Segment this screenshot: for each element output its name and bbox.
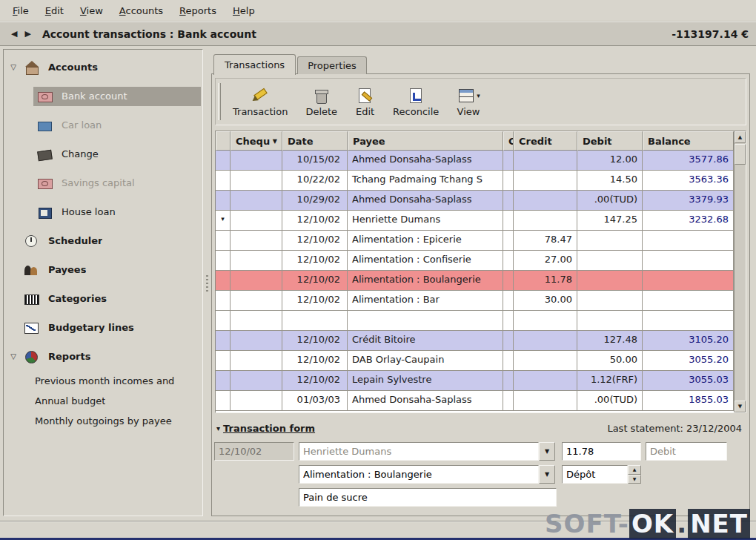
cell-reconciled <box>503 231 514 250</box>
toolbar-button[interactable]: ▾ View <box>450 84 487 119</box>
payee-input[interactable] <box>299 442 539 461</box>
column-header-label: C <box>508 136 514 147</box>
sidebar-item[interactable]: Savings capital <box>4 168 202 197</box>
column-header[interactable]: Payee <box>348 131 503 151</box>
spin-down-icon[interactable]: ▼ <box>628 475 641 484</box>
split-marker-icon: ▾ <box>216 211 231 230</box>
date-input[interactable] <box>214 442 294 461</box>
menu-item[interactable]: Reports <box>171 2 225 19</box>
sidebar-item[interactable]: Budgetary lines <box>4 313 202 342</box>
cell-balance <box>643 311 734 330</box>
table-row[interactable]: 10/15/02 Ahmed Donsaha-Saplass 12.00 357… <box>216 151 734 171</box>
table-row[interactable]: 12/10/02 Alimentation : Boulangerie 11.7… <box>216 271 734 291</box>
cell-payee: Alimentation : Boulangerie <box>348 271 503 290</box>
menu-item[interactable]: View <box>72 2 111 19</box>
menu-item[interactable]: File <box>4 2 37 19</box>
pane-splitter[interactable] <box>204 49 210 516</box>
table-row[interactable]: 12/10/02 DAB Orlay-Caupain 50.00 3055.20 <box>216 351 734 371</box>
toolbar-button[interactable]: Transaction <box>226 84 294 119</box>
sidebar-item[interactable]: Car loan <box>4 111 202 139</box>
spin-up-icon[interactable]: ▲ <box>628 465 641 475</box>
table-row[interactable]: 10/22/02 Tchang Padmaing Tchang S 14.50 … <box>216 171 734 191</box>
split-marker-icon <box>216 351 231 370</box>
table-row[interactable]: 12/10/02 Lepain Sylvestre 1.12(FRF) 3055… <box>216 371 734 391</box>
payment-method-input[interactable] <box>562 465 628 484</box>
table-row[interactable]: 12/10/02 Crédit Bitoire 127.48 3105.20 <box>216 331 734 351</box>
cell-credit: 11.78 <box>514 271 577 290</box>
cell-credit <box>514 371 577 390</box>
column-dropdown-icon[interactable]: ▼ <box>271 138 277 145</box>
sidebar: ▽ Accounts Bank account Car loan <box>3 49 203 516</box>
column-header[interactable]: Credit <box>514 131 577 151</box>
column-header[interactable]: Date <box>282 131 348 151</box>
amount-input[interactable] <box>562 442 641 461</box>
form-title[interactable]: Transaction form <box>223 423 315 434</box>
forward-icon[interactable]: ▶ <box>21 27 34 40</box>
cell-date: 12/10/02 <box>282 351 348 370</box>
toolbar-button[interactable]: Edit <box>348 84 382 119</box>
sidebar-item[interactable]: House loan <box>4 197 202 226</box>
scrollbar-thumb[interactable] <box>735 144 746 165</box>
category-input[interactable] <box>299 465 539 484</box>
menu-item[interactable]: Edit <box>37 2 72 19</box>
table-row[interactable]: 10/29/02 Ahmed Donsaha-Saplass .00(TUD) … <box>216 191 734 211</box>
sidebar-item-label: Bank account <box>62 90 127 102</box>
column-header-label: Balance <box>648 136 691 147</box>
cell-debit: 127.48 <box>577 331 643 350</box>
cell-debit: 12.00 <box>577 151 643 170</box>
cell-date: 12/10/02 <box>282 331 348 350</box>
sidebar-item[interactable]: Previous month incomes and <box>4 371 202 391</box>
sidebar-item-label: Accounts <box>48 62 98 73</box>
sidebar-item[interactable]: ▽ Accounts <box>4 53 202 82</box>
table-row[interactable]: 12/10/02 Alimentation : Epicerie 78.47 <box>216 231 734 251</box>
tab[interactable]: Properties <box>297 56 367 74</box>
sidebar-item[interactable]: Categories <box>4 284 202 313</box>
sidebar-item[interactable]: ▽ Reports <box>4 342 202 371</box>
cell-date: 10/15/02 <box>282 151 348 170</box>
last-statement-label: Last statement: 23/12/2004 <box>607 423 745 434</box>
cell-debit <box>577 311 643 330</box>
debit-input[interactable] <box>646 442 727 461</box>
column-header[interactable]: Chequ ▼ <box>231 131 282 151</box>
scroll-down-icon[interactable]: ▼ <box>735 401 746 412</box>
tab[interactable]: Transactions <box>213 54 296 75</box>
sidebar-item-icon <box>36 118 56 133</box>
menu-item[interactable]: Help <box>225 2 263 19</box>
menu-item-label: Help <box>233 5 255 16</box>
column-header[interactable]: C <box>503 131 514 151</box>
back-icon[interactable]: ◀ <box>7 27 21 40</box>
toolbar-button[interactable]: Reconcile <box>386 84 445 119</box>
toolbar-button-label: Transaction <box>233 106 288 117</box>
toolbar-grip-icon[interactable] <box>218 83 221 120</box>
toolbar-button[interactable]: Delete <box>299 84 344 119</box>
note-input[interactable] <box>299 488 557 507</box>
table-row[interactable]: 12/10/02 Alimentation : Bar 30.00 <box>216 291 734 311</box>
category-dropdown-icon[interactable]: ▼ <box>539 465 555 484</box>
cell-balance: 1855.03 <box>643 391 734 410</box>
sidebar-item[interactable]: Scheduler <box>4 226 202 255</box>
table-header-row: Chequ ▼ Date Payee <box>216 131 734 151</box>
sidebar-item[interactable]: Annual budget <box>4 391 202 411</box>
table-row[interactable]: 12/10/02 Alimentation : Confiserie 27.00 <box>216 251 734 271</box>
column-header[interactable]: Balance <box>643 131 734 151</box>
vertical-scrollbar[interactable]: ▲ ▼ <box>734 131 746 412</box>
sidebar-item[interactable]: Monthly outgoings by payee <box>4 411 202 431</box>
scroll-up-icon[interactable]: ▲ <box>735 131 746 143</box>
table-row[interactable] <box>216 311 734 331</box>
payment-method-stepper[interactable]: ▲ ▼ <box>628 465 641 484</box>
collapse-icon[interactable]: ▾ <box>216 424 220 432</box>
sidebar-item[interactable]: Payees <box>4 255 202 284</box>
table-row[interactable]: 01/03/03 Ahmed Donsaha-Saplass .00(TUD) … <box>216 391 734 411</box>
main-panel: Transactions Properties <box>211 47 750 516</box>
column-header[interactable]: Debit <box>577 131 643 151</box>
payee-dropdown-icon[interactable]: ▼ <box>539 442 555 461</box>
sidebar-item-inner: Reports <box>20 347 201 366</box>
sidebar-item[interactable]: Bank account <box>4 82 202 111</box>
sidebar-item[interactable]: Change <box>4 139 202 168</box>
column-header[interactable] <box>216 131 231 151</box>
table-row[interactable]: ▾ 12/10/02 Henriette Dumans 147.25 3232.… <box>216 211 734 231</box>
cell-debit: 14.50 <box>577 171 643 190</box>
menu-item[interactable]: Accounts <box>111 2 171 19</box>
expander-icon[interactable]: ▽ <box>7 63 20 71</box>
expander-icon[interactable]: ▽ <box>7 352 20 360</box>
